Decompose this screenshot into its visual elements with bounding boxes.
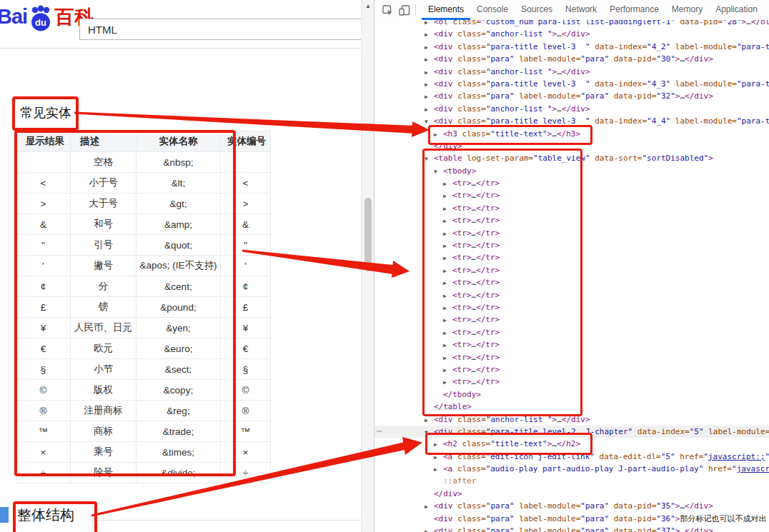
collapsed-arrow-icon[interactable]: ▶: [443, 252, 452, 264]
table-cell: ": [16, 235, 71, 256]
devtools-code-line[interactable]: ▶<tr>…</tr>: [374, 363, 769, 376]
gutter-dots-icon[interactable]: …: [377, 423, 382, 436]
expanded-arrow-icon[interactable]: ▼: [425, 116, 434, 128]
code-token: "35": [656, 501, 675, 511]
devtools-tab-performance[interactable]: Performance: [603, 0, 665, 18]
devtools-code-line[interactable]: ▶<div class="para" label-module="para" d…: [374, 53, 769, 65]
devtools-code-line[interactable]: ▶<tr>…</tr>: [374, 227, 769, 239]
collapsed-arrow-icon[interactable]: ▶: [443, 339, 452, 351]
collapsed-arrow-icon[interactable]: ▶: [425, 54, 434, 66]
device-toolbar-icon[interactable]: [399, 5, 410, 16]
devtools-code-line[interactable]: </div>: [374, 488, 769, 500]
devtools-code-line[interactable]: ▶<tr>…</tr>: [374, 376, 769, 388]
collapsed-arrow-icon[interactable]: ▶: [443, 265, 452, 277]
devtools-code-line[interactable]: ▶<tr>…</tr>: [374, 239, 769, 251]
collapsed-arrow-icon[interactable]: ▶: [425, 66, 434, 79]
devtools-code-line[interactable]: ▶<div class="para" label-module="para" d…: [374, 525, 769, 532]
devtools-code-line[interactable]: ▶<div class="para-title level-3 " data-i…: [374, 41, 769, 53]
devtools-code-line[interactable]: ▶<tr>…</tr>: [374, 289, 769, 301]
devtools-code-line[interactable]: ▶<div class="para-title level-3 " data-i…: [374, 78, 769, 90]
collapsed-arrow-icon[interactable]: ▶: [443, 352, 452, 364]
devtools-code-line[interactable]: ▼<tbody>: [374, 165, 769, 177]
expanded-arrow-icon[interactable]: ▼: [434, 166, 443, 178]
devtools-tab-elements[interactable]: Elements: [422, 0, 470, 20]
devtools-code-line[interactable]: ▶<a class="edit-icon j-edit-link" data-e…: [374, 451, 769, 463]
devtools-code-line[interactable]: </tbody>: [374, 388, 769, 401]
collapsed-arrow-icon[interactable]: ▶: [443, 277, 452, 289]
code-token: <tbody>: [443, 166, 476, 176]
devtools-code-line[interactable]: ▶<tr>…</tr>: [374, 313, 769, 326]
code-token: "audio-play part-audio-play J-part-audio…: [486, 464, 708, 473]
collapsed-arrow-icon[interactable]: ▶: [443, 376, 452, 388]
devtools-code-line[interactable]: ▶<tr>…</tr>: [374, 326, 769, 338]
devtools-code-line[interactable]: </div>: [374, 140, 769, 152]
devtools-code-line[interactable]: ▶<div class="anchor-list ">…</div>: [374, 28, 769, 40]
collapsed-arrow-icon[interactable]: ▶: [443, 215, 452, 227]
devtools-code-line[interactable]: ▶<div class="para" label-module="para" d…: [374, 500, 769, 512]
collapsed-arrow-icon[interactable]: ▶: [425, 414, 434, 426]
devtools-code-line[interactable]: ▶<h2 class="title-text">…</h2>: [374, 438, 769, 450]
collapsed-arrow-icon[interactable]: ▶: [443, 327, 452, 339]
devtools-tab-memory[interactable]: Memory: [665, 0, 709, 18]
inspect-element-icon[interactable]: [382, 5, 393, 16]
collapsed-arrow-icon[interactable]: ▶: [443, 290, 452, 302]
scrollbar-thumb[interactable]: [364, 198, 372, 271]
devtools-code-line[interactable]: ▶<tr>…</tr>: [374, 214, 769, 226]
devtools-code-line[interactable]: ▶<tr>…</tr>: [374, 251, 769, 264]
collapsed-arrow-icon[interactable]: ▶: [434, 129, 443, 141]
devtools-tab-sources[interactable]: Sources: [515, 0, 559, 18]
table-cell: ¥: [16, 318, 71, 338]
devtools-code-line[interactable]: ▶<tr>…</tr>: [374, 202, 769, 214]
devtools-code-line[interactable]: ::after: [374, 475, 769, 487]
devtools-code-line[interactable]: ▼<div class="para-title level-3 " data-i…: [374, 115, 769, 127]
expanded-arrow-icon[interactable]: ▼: [425, 426, 434, 438]
devtools-code-line[interactable]: ▶<tr>…</tr>: [374, 276, 769, 288]
scroll-up-arrow-icon[interactable]: ▲: [362, 0, 374, 12]
code-token: <a: [443, 452, 457, 461]
collapsed-arrow-icon[interactable]: ▶: [425, 104, 434, 116]
collapsed-arrow-icon[interactable]: ▶: [434, 451, 443, 463]
devtools-code-line[interactable]: ▶<div class="anchor-list ">…</div>: [374, 66, 769, 78]
collapsed-arrow-icon[interactable]: ▶: [443, 302, 452, 314]
collapsed-arrow-icon[interactable]: ▶: [425, 29, 434, 41]
collapsed-arrow-icon[interactable]: ▶: [425, 41, 434, 54]
devtools-code-line[interactable]: ▶<tr>…</tr>: [374, 177, 769, 189]
collapsed-arrow-icon[interactable]: ▶: [443, 314, 452, 326]
devtools-code-line[interactable]: ▶<a class="audio-play part-audio-play J-…: [374, 463, 769, 475]
collapsed-arrow-icon[interactable]: ▶: [425, 526, 434, 532]
devtools-code-line[interactable]: ▶<tr>…</tr>: [374, 264, 769, 276]
collapsed-arrow-icon[interactable]: ▶: [425, 91, 434, 103]
collapsed-arrow-icon[interactable]: ▶: [443, 178, 452, 190]
devtools-code-line[interactable]: ▶<tr>…</tr>: [374, 301, 769, 313]
collapsed-arrow-icon[interactable]: ▶: [434, 463, 443, 476]
devtools-code-line[interactable]: ▶<div class="anchor-list ">…</div>: [374, 413, 769, 426]
table-cell: &divide;: [137, 463, 221, 483]
devtools-code-line[interactable]: ▶<tr>…</tr>: [374, 351, 769, 363]
devtools-code-line[interactable]: ▶<tr>…</tr>: [374, 189, 769, 201]
devtools-tab-application[interactable]: Application: [709, 0, 764, 18]
collapsed-arrow-icon[interactable]: ▶: [434, 438, 443, 451]
devtools-code-line[interactable]: ▶<div class="anchor-list ">…</div>: [374, 103, 769, 115]
table-row: ®注册商标&reg;®: [16, 401, 271, 421]
devtools-tab-console[interactable]: Console: [470, 0, 515, 18]
devtools-code-line[interactable]: ▶<div class="para" label-module="para" d…: [374, 90, 769, 102]
devtools-code-line[interactable]: ▼<table log-set-param="table_view" data-…: [374, 152, 769, 164]
devtools-tab-network[interactable]: Network: [559, 0, 603, 18]
collapsed-arrow-icon[interactable]: ▶: [425, 79, 434, 91]
search-input[interactable]: [86, 19, 354, 39]
collapsed-arrow-icon[interactable]: ▶: [443, 364, 452, 376]
collapsed-arrow-icon[interactable]: ▶: [443, 203, 452, 215]
table-cell: ÷: [221, 463, 271, 483]
expanded-arrow-icon[interactable]: ▼: [425, 153, 434, 165]
devtools-code-line[interactable]: ▶<tr>…</tr>: [374, 338, 769, 351]
devtools-code-line[interactable]: <div class="para" label-module="para" da…: [374, 513, 769, 525]
code-token: label-module=: [708, 427, 769, 436]
devtools-code-line[interactable]: ▶<h3 class="title-text">…</h3>: [374, 128, 769, 140]
collapsed-arrow-icon[interactable]: ▶: [443, 190, 452, 202]
page-scrollbar[interactable]: ▲: [361, 0, 374, 532]
devtools-code-line[interactable]: …▼<div class="para-title level-2 J-chapt…: [374, 426, 769, 438]
collapsed-arrow-icon[interactable]: ▶: [443, 228, 452, 240]
collapsed-arrow-icon[interactable]: ▶: [425, 501, 434, 513]
collapsed-arrow-icon[interactable]: ▶: [443, 240, 452, 252]
devtools-code-line[interactable]: </table>: [374, 401, 769, 413]
